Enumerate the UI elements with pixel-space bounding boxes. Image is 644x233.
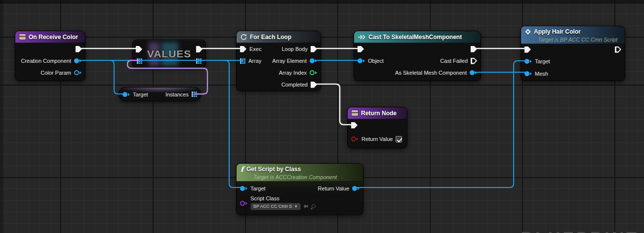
node-return[interactable]: Return Node Return Value bbox=[347, 107, 407, 148]
target-label: Target bbox=[250, 186, 266, 191]
exec-in-pin[interactable] bbox=[240, 46, 246, 52]
array-label: Array bbox=[248, 58, 261, 64]
array-out-pin[interactable] bbox=[196, 58, 201, 64]
cast-failed-label: Cast Failed bbox=[440, 58, 468, 64]
array-element-pin[interactable] bbox=[310, 58, 317, 64]
return-value-pin[interactable] bbox=[352, 186, 360, 191]
array-pin[interactable] bbox=[240, 58, 245, 64]
node-subtitle: Target is ACCCreation Component bbox=[241, 174, 359, 180]
return-value-label: Return Value bbox=[362, 136, 393, 142]
node-header[interactable]: Cast To SkeletalMeshComponent bbox=[354, 31, 481, 43]
array-in-pin[interactable] bbox=[137, 58, 142, 64]
node-subtitle: Target is BP ACC CC Cmn Script bbox=[525, 37, 621, 43]
as-skeletal-mesh-component-label: As Skeletal Mesh Component bbox=[395, 70, 467, 76]
node-title: For Each Loop bbox=[250, 34, 291, 41]
node-header[interactable]: Return Node bbox=[348, 107, 407, 119]
browse-asset-icon[interactable] bbox=[311, 204, 316, 209]
completed-label: Completed bbox=[282, 82, 308, 88]
loop-icon bbox=[241, 34, 247, 40]
return-value-label: Return Value bbox=[318, 186, 349, 191]
color-param-label: Color Param bbox=[40, 70, 71, 76]
creation-component-pin[interactable] bbox=[74, 58, 81, 64]
instances-label: Instances bbox=[165, 92, 189, 97]
script-class-value: BP ACC CC Cmn S bbox=[253, 204, 292, 209]
function-result-icon bbox=[352, 110, 358, 116]
node-title: On Receive Color bbox=[29, 34, 78, 41]
event-diamond-icon bbox=[525, 29, 530, 34]
exec-label: Exec bbox=[249, 46, 261, 52]
script-class-dropdown[interactable]: BP ACC CC Cmn S ▼ bbox=[250, 203, 301, 210]
exec-out-pin[interactable] bbox=[76, 46, 82, 52]
pure-function-icon: f bbox=[241, 166, 243, 172]
array-index-pin[interactable] bbox=[310, 70, 317, 76]
wire:on_receive_color.creation_component->get_script_by_class.target[interactable] bbox=[79, 60, 242, 187]
node-header[interactable]: f Get Script by Class Target is ACCCreat… bbox=[237, 164, 363, 182]
target-pin[interactable] bbox=[122, 92, 130, 97]
node-header[interactable]: Apply Hair Color Target is BP ACC CC Cmn… bbox=[521, 26, 625, 44]
node-title: Get Script by Class bbox=[246, 166, 301, 173]
target-pin[interactable] bbox=[524, 58, 532, 64]
target-label: Target bbox=[535, 58, 550, 64]
as-skeletal-mesh-component-pin[interactable] bbox=[470, 70, 477, 76]
creation-component-label: Creation Component bbox=[21, 58, 71, 64]
return-value-pin[interactable] bbox=[351, 136, 359, 142]
node-header[interactable]: On Receive Color bbox=[15, 31, 85, 43]
color-param-pin[interactable] bbox=[74, 70, 81, 76]
exec-out-pin[interactable] bbox=[471, 46, 477, 52]
node-for-each-loop[interactable]: For Each Loop Exec Loop Body Array Array… bbox=[236, 31, 321, 91]
mesh-label: Mesh bbox=[535, 71, 548, 77]
exec-out-pin[interactable] bbox=[615, 47, 621, 53]
dropdown-caret-icon: ▼ bbox=[294, 204, 298, 209]
object-label: Object bbox=[368, 58, 384, 64]
function-entry-icon bbox=[19, 34, 26, 40]
exec-in-pin[interactable] bbox=[351, 122, 358, 129]
cast-icon bbox=[358, 35, 365, 40]
object-pin[interactable] bbox=[358, 58, 365, 64]
array-element-label: Array Element bbox=[272, 58, 307, 64]
wire:on_receive_color.creation_component->get_instances.target[interactable] bbox=[79, 60, 125, 94]
script-class-label: Script Class bbox=[250, 195, 280, 201]
node-on-receive-color[interactable]: On Receive Color Creation Component Colo… bbox=[15, 31, 85, 81]
blueprint-graph-canvas[interactable]: On Receive Color Creation Component Colo… bbox=[0, 0, 644, 233]
target-pin[interactable] bbox=[240, 186, 247, 191]
node-get-script-by-class[interactable]: f Get Script by Class Target is ACCCreat… bbox=[236, 163, 363, 215]
script-class-pin[interactable] bbox=[240, 200, 247, 206]
cast-failed-pin[interactable] bbox=[471, 58, 477, 64]
node-title: Apply Hair Color bbox=[534, 28, 581, 35]
node-title: Return Node bbox=[361, 110, 397, 117]
target-label: Target bbox=[133, 92, 148, 97]
use-selected-asset-icon[interactable] bbox=[303, 204, 308, 209]
node-get-instances[interactable]: Target Instances bbox=[119, 87, 201, 101]
node-apply-hair-color[interactable]: Apply Hair Color Target is BP ACC CC Cmn… bbox=[521, 26, 625, 81]
node-values-macro[interactable]: VALUES bbox=[132, 40, 206, 68]
completed-pin[interactable] bbox=[311, 82, 317, 88]
instances-pin[interactable] bbox=[192, 92, 197, 97]
mesh-pin[interactable] bbox=[524, 71, 532, 77]
viewport-top-shade bbox=[0, 0, 644, 3]
graph-watermark: BLUEPRINT bbox=[521, 228, 639, 233]
loop-body-pin[interactable] bbox=[311, 46, 317, 52]
viewport-left-shade bbox=[0, 0, 3, 233]
node-header[interactable]: For Each Loop bbox=[237, 31, 321, 43]
node-cast-to-skeletalmeshcomponent[interactable]: Cast To SkeletalMeshComponent Object Cas… bbox=[354, 31, 481, 81]
node-title: VALUES bbox=[133, 48, 205, 60]
node-title: Cast To SkeletalMeshComponent bbox=[368, 34, 462, 41]
array-index-label: Array Index bbox=[279, 70, 307, 76]
loop-body-label: Loop Body bbox=[282, 46, 308, 52]
exec-in-pin[interactable] bbox=[358, 46, 364, 52]
return-value-checkbox[interactable] bbox=[396, 136, 402, 142]
exec-in-pin[interactable] bbox=[524, 47, 531, 53]
